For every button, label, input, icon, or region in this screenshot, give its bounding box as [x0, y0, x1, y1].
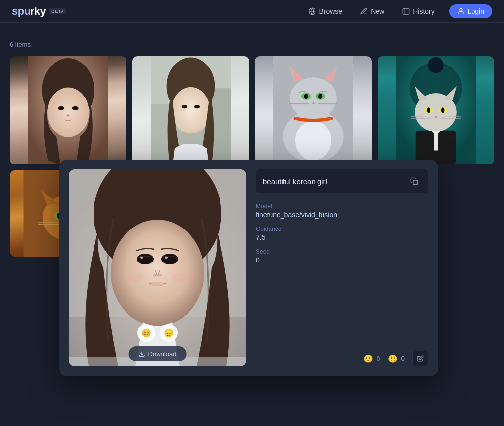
edit-button[interactable] — [412, 351, 428, 366]
downvote-count: 0 — [401, 355, 405, 362]
expanded-card: 😊 😞 Download beautiful korean girl — [59, 160, 438, 376]
expanded-info-panel: beautiful korean girl Model finetune_bas… — [246, 169, 428, 366]
svg-point-16 — [182, 105, 187, 108]
seed-label: Seed — [256, 248, 428, 255]
meta-section: Model finetune_base/vivid_fusion Guidanc… — [256, 203, 428, 264]
svg-point-20 — [295, 120, 331, 160]
sad-reaction-button[interactable]: 😞 — [160, 324, 178, 342]
model-label: Model — [256, 203, 428, 210]
svg-point-9 — [72, 106, 79, 110]
nav-links: Browse New History Login — [301, 4, 492, 18]
history-link[interactable]: History — [395, 4, 441, 18]
svg-point-38 — [428, 57, 444, 73]
svg-point-75 — [158, 274, 162, 277]
navbar: spurky BETA Browse New History Login — [0, 0, 504, 23]
svg-rect-2 — [403, 8, 410, 14]
svg-point-15 — [171, 87, 210, 134]
upvote-group: 🙂 0 — [363, 354, 380, 363]
guidance-label: Guidance — [256, 226, 428, 232]
history-label: History — [413, 7, 435, 15]
svg-point-69 — [111, 220, 204, 326]
copy-icon — [410, 177, 418, 185]
svg-point-7 — [47, 88, 89, 137]
guidance-value: 7.5 — [256, 233, 428, 241]
upvote-count: 0 — [376, 355, 380, 362]
download-label: Download — [148, 350, 177, 358]
item-count: 6 items. — [10, 41, 494, 48]
svg-point-4 — [460, 9, 462, 11]
browse-label: Browse — [319, 7, 342, 15]
pen-icon — [360, 7, 368, 15]
model-value: finetune_base/vivid_fusion — [256, 211, 428, 219]
svg-point-70 — [137, 254, 154, 264]
new-link[interactable]: New — [353, 4, 391, 18]
seed-value: 0 — [256, 256, 428, 264]
card-footer: 🙂 0 🙁 0 — [256, 343, 428, 366]
new-label: New — [371, 7, 384, 15]
image-gallery: 😊 😞 Download beautiful korean girl — [10, 56, 494, 257]
svg-point-47 — [441, 107, 445, 113]
svg-point-17 — [194, 105, 200, 108]
guidance-item: Guidance 7.5 — [256, 226, 428, 241]
grid-item-girl2[interactable] — [132, 56, 249, 164]
upvote-icon: 🙂 — [363, 354, 373, 363]
globe-icon — [308, 7, 316, 15]
seed-item: Seed 0 — [256, 248, 428, 264]
grid-item-girl1[interactable] — [10, 56, 126, 164]
svg-rect-80 — [413, 180, 418, 185]
svg-point-29 — [318, 94, 322, 99]
svg-point-71 — [161, 254, 178, 264]
copy-button[interactable] — [408, 174, 421, 188]
download-button[interactable]: Download — [129, 346, 187, 361]
svg-point-74 — [153, 274, 157, 277]
svg-point-46 — [427, 107, 431, 113]
expanded-image-container: 😊 😞 Download — [69, 169, 246, 366]
downvote-group: 🙁 0 — [388, 354, 405, 363]
main-content: 6 items. — [0, 23, 504, 266]
login-label: Login — [468, 7, 484, 15]
svg-point-77 — [172, 273, 189, 283]
browse-link[interactable]: Browse — [301, 4, 349, 18]
prompt-text: beautiful korean girl — [263, 177, 408, 186]
logo: spurky — [12, 5, 46, 18]
model-item: Model finetune_base/vivid_fusion — [256, 203, 428, 219]
prompt-row: beautiful korean girl — [256, 169, 428, 193]
download-icon — [139, 351, 145, 357]
svg-point-10 — [66, 114, 70, 117]
svg-point-76 — [126, 273, 143, 283]
logo-area: spurky BETA — [12, 5, 301, 18]
svg-point-8 — [58, 106, 64, 110]
beta-badge: BETA — [49, 8, 66, 14]
edit-icon — [417, 355, 424, 362]
history-icon — [402, 7, 410, 15]
downvote-icon: 🙁 — [388, 354, 398, 363]
svg-point-21 — [290, 77, 337, 119]
grid-item-cat1[interactable] — [255, 56, 372, 164]
grid-item-cat2[interactable] — [378, 56, 494, 164]
user-icon — [457, 7, 465, 15]
login-button[interactable]: Login — [449, 4, 492, 18]
svg-rect-40 — [434, 131, 438, 151]
happy-reaction-button[interactable]: 😊 — [137, 324, 155, 342]
svg-point-28 — [304, 94, 308, 99]
image-grid-top — [10, 56, 494, 164]
reaction-overlay: 😊 😞 — [137, 324, 178, 342]
separator — [10, 33, 494, 33]
